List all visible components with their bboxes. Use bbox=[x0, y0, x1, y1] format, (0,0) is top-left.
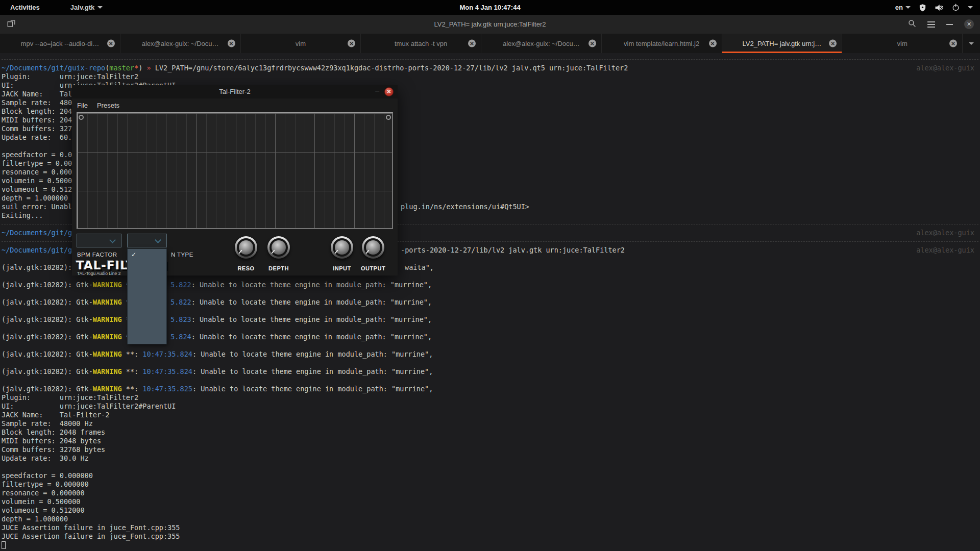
terminal-line: speedfactor = 0.000000 bbox=[2, 471, 978, 480]
terminal-line: Sample rate: 48000 Hz bbox=[2, 419, 978, 428]
terminal-line: volumein = 0.500000 bbox=[2, 497, 978, 506]
terminal-line bbox=[2, 376, 978, 385]
terminal-line: ~/Documents/git/guix-repo(master*) » LV2… bbox=[2, 64, 978, 72]
terminal-line: filtertype = 0.000000 bbox=[2, 480, 978, 489]
activities-button[interactable]: Activities bbox=[10, 4, 40, 11]
tab-label: LV2_PATH= jalv.gtk urn:j… bbox=[743, 40, 822, 47]
tab-bar: mpv --ao=jack --audio-di…✕alex@alex-guix… bbox=[0, 34, 980, 53]
tab-label: alex@alex-guix: ~/Docu… bbox=[142, 40, 219, 47]
tab-close-icon[interactable]: ✕ bbox=[348, 40, 355, 47]
tab-2[interactable]: vim✕ bbox=[241, 34, 361, 53]
tab-close-icon[interactable]: ✕ bbox=[709, 40, 717, 47]
terminal-line: (jalv.gtk:10282): Gtk-WARNING **: 10:47:… bbox=[2, 350, 978, 359]
terminal-line: depth = 1.000000 bbox=[2, 515, 978, 523]
tab-4[interactable]: alex@alex-guix: ~/Docu…✕ bbox=[481, 34, 602, 53]
tab-7[interactable]: vim✕ bbox=[842, 34, 963, 53]
terminal-line: Plugin: urn:juce:TalFilter2 bbox=[2, 72, 978, 81]
tab-close-icon[interactable]: ✕ bbox=[829, 40, 837, 47]
terminal-line bbox=[2, 463, 978, 471]
shield-icon[interactable] bbox=[919, 4, 926, 12]
app-menu-label: Jalv.gtk bbox=[70, 4, 94, 11]
tab-label: vim template/learn.html.j2 bbox=[624, 40, 699, 47]
terminal-line: UI: urn:juce:TalFilter2#ParentUI bbox=[2, 402, 978, 411]
reso-knob-label: RESO bbox=[228, 265, 264, 271]
knob-row: RESODEPTHINPUTOUTPUT bbox=[72, 85, 398, 276]
tab-5[interactable]: vim template/learn.html.j2✕ bbox=[602, 34, 722, 53]
terminal-line: volumeout = 0.512000 bbox=[2, 506, 978, 515]
terminal-line: Block length: 2048 frames bbox=[2, 428, 978, 437]
close-window-button[interactable]: ✕ bbox=[964, 19, 974, 29]
tab-label: vim bbox=[296, 40, 306, 47]
terminal-line: (jalv.gtk:10282): Gtk-WARNING **: 10:47:… bbox=[2, 385, 978, 393]
input-knob[interactable] bbox=[331, 236, 353, 259]
output-knob[interactable] bbox=[362, 236, 384, 259]
terminal-line: Comm buffers: 32768 bytes bbox=[2, 445, 978, 454]
tab-3[interactable]: tmux attach -t vpn✕ bbox=[361, 34, 481, 53]
volume-muted-icon[interactable] bbox=[935, 4, 944, 12]
terminal-line: resonance = 0.000000 bbox=[2, 489, 978, 497]
tab-0[interactable]: mpv --ao=jack --audio-di…✕ bbox=[0, 34, 120, 53]
power-icon[interactable] bbox=[952, 4, 960, 11]
keyboard-layout-button[interactable]: en bbox=[895, 4, 911, 11]
checkmark-icon: ✓ bbox=[131, 251, 136, 258]
terminal-line: JUCE Assertion failure in juce_Font.cpp:… bbox=[2, 523, 978, 532]
tab-1[interactable]: alex@alex-guix: ~/Docu…✕ bbox=[120, 34, 241, 53]
tab-close-icon[interactable]: ✕ bbox=[107, 40, 115, 47]
terminal-line: Update rate: 30.0 Hz bbox=[2, 454, 978, 463]
tab-label: mpv --ao=jack --audio-di… bbox=[21, 40, 100, 47]
terminal-line: JUCE Assertion failure in juce_Font.cpp:… bbox=[2, 532, 978, 541]
tab-label: alex@alex-guix: ~/Docu… bbox=[503, 40, 580, 47]
tab-6[interactable]: LV2_PATH= jalv.gtk urn:j…✕ bbox=[722, 34, 843, 53]
new-window-icon[interactable] bbox=[7, 19, 16, 30]
depth-knob[interactable] bbox=[267, 236, 290, 259]
terminal-cursor bbox=[2, 541, 6, 549]
type-dropdown-popup[interactable]: ✓ bbox=[127, 248, 167, 344]
gnome-top-bar: Activities Jalv.gtk Mon 4 Jan 10:47:44 e… bbox=[0, 0, 980, 15]
terminal-line bbox=[2, 541, 978, 549]
terminal-line: JACK Name: Tal-Filter-2 bbox=[2, 411, 978, 419]
search-icon[interactable] bbox=[908, 19, 916, 30]
menu-hamburger-icon[interactable] bbox=[927, 20, 935, 29]
chevron-down-icon bbox=[905, 6, 911, 9]
tab-overflow-chevron-icon[interactable] bbox=[963, 34, 980, 53]
keyboard-layout-label: en bbox=[895, 4, 903, 11]
terminal-header-bar: LV2_PATH= jalv.gtk urn:juce:TalFilter2 ✕ bbox=[0, 15, 980, 34]
system-menu-chevron-icon[interactable] bbox=[968, 6, 973, 9]
clock-button[interactable]: Mon 4 Jan 10:47:44 bbox=[459, 4, 520, 11]
tab-close-icon[interactable]: ✕ bbox=[228, 40, 235, 47]
minimize-button[interactable] bbox=[946, 24, 953, 25]
terminal-line: MIDI buffers: 2048 bytes bbox=[2, 437, 978, 445]
input-knob-label: INPUT bbox=[324, 265, 360, 271]
tab-close-icon[interactable]: ✕ bbox=[589, 40, 596, 47]
reso-knob[interactable] bbox=[235, 236, 257, 259]
tal-filter-window: Tal-Filter-2 – ✕ File Presets BPM FACTOR… bbox=[72, 85, 398, 276]
terminal-line bbox=[2, 359, 978, 367]
depth-knob-label: DEPTH bbox=[261, 265, 297, 271]
terminal-line: Plugin: urn:juce:TalFilter2 bbox=[2, 393, 978, 402]
chevron-down-icon bbox=[97, 6, 103, 9]
prompt-separator bbox=[2, 55, 978, 64]
output-knob-label: OUTPUT bbox=[355, 265, 391, 271]
tab-close-icon[interactable]: ✕ bbox=[949, 40, 957, 47]
tab-label: vim bbox=[897, 40, 908, 47]
tab-close-icon[interactable]: ✕ bbox=[468, 40, 476, 47]
terminal-line: (jalv.gtk:10282): Gtk-WARNING **: 10:47:… bbox=[2, 367, 978, 376]
tab-label: tmux attach -t vpn bbox=[395, 40, 447, 47]
app-menu-button[interactable]: Jalv.gtk bbox=[70, 4, 103, 11]
window-title: LV2_PATH= jalv.gtk urn:juce:TalFilter2 bbox=[434, 20, 546, 28]
